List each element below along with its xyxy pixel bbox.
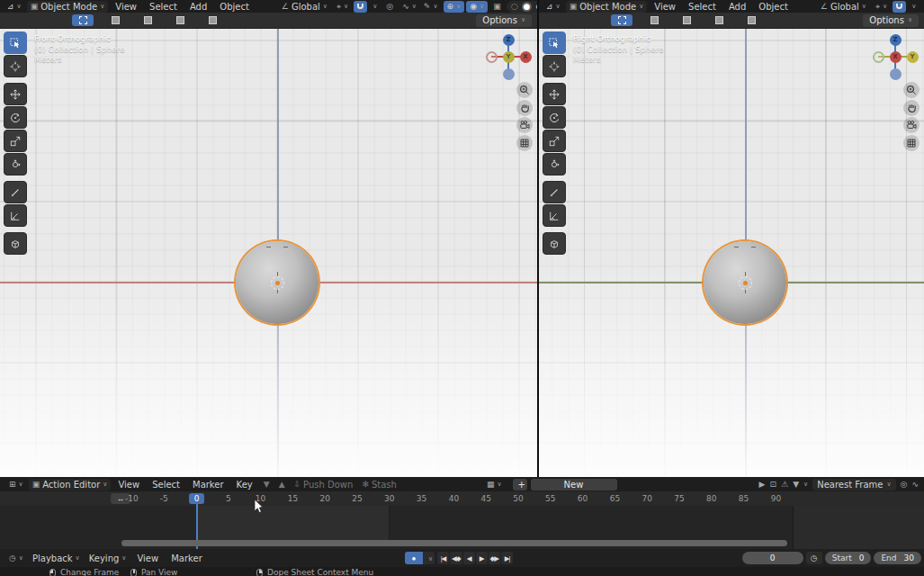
tool-add-cube[interactable]	[543, 232, 566, 255]
tool-cursor[interactable]	[4, 55, 27, 77]
current-frame-field[interactable]: 0	[742, 552, 803, 564]
sphere-object[interactable]	[704, 241, 786, 324]
timeline-ruler[interactable]: ↔ -10-5510152025303540455055606570758085…	[0, 491, 924, 506]
transform-orientation-dropdown[interactable]: ∠ Global∨	[817, 1, 870, 13]
editor-type-button[interactable]: ⊿∨	[4, 1, 25, 13]
move-channel-up-button[interactable]: ▲	[275, 479, 289, 490]
play-button[interactable]: ▶	[476, 552, 488, 564]
snap-toggle[interactable]	[893, 1, 906, 13]
normalize-icon[interactable]: ⊡	[770, 481, 777, 489]
select-mode-extend[interactable]	[104, 14, 126, 26]
use-preview-range-button[interactable]: ◷	[806, 552, 822, 564]
gizmo-axis-top[interactable]: Z	[890, 34, 902, 46]
action-id-dropdown[interactable]: ▦∨	[483, 479, 506, 490]
gizmo-axis-center[interactable]: Y	[503, 51, 515, 63]
gizmo-axis-bottom[interactable]	[503, 68, 515, 80]
navigation-gizmo[interactable]: Z X Y	[485, 33, 532, 80]
pivot-point-dropdown[interactable]: ⌖∨	[872, 1, 891, 13]
tool-annotate[interactable]	[543, 181, 566, 203]
pan-button[interactable]	[516, 100, 533, 116]
shading-wireframe-button[interactable]: ◌	[509, 2, 520, 12]
mode-dropdown[interactable]: ▣ Object Mode∨	[566, 1, 648, 13]
ds-falloff-icon[interactable]: ∿	[911, 481, 919, 489]
zoom-button[interactable]	[903, 82, 920, 98]
navigation-gizmo[interactable]: Z Y X	[872, 33, 919, 80]
menu-select[interactable]: Select	[683, 1, 722, 13]
only-selected-icon[interactable]: ▶	[759, 481, 766, 489]
snap-mode-dropdown[interactable]: Nearest Frame∨	[812, 479, 895, 490]
select-mode-invert[interactable]	[708, 14, 730, 26]
tool-transform[interactable]	[4, 153, 27, 176]
tool-scale[interactable]	[4, 130, 27, 152]
sphere-object[interactable]	[236, 241, 318, 324]
falloff-dropdown[interactable]: ∿∨	[399, 1, 420, 13]
tool-rotate[interactable]	[4, 106, 27, 129]
tool-cursor[interactable]	[543, 55, 566, 77]
snap-toggle[interactable]	[354, 1, 367, 13]
ds-proportional-icon[interactable]: ◎	[901, 481, 908, 489]
tool-move[interactable]	[4, 83, 27, 105]
tool-rotate[interactable]	[543, 106, 566, 129]
tool-measure[interactable]	[4, 204, 27, 227]
menu-object[interactable]: Object	[753, 1, 794, 13]
filter-icon[interactable]: ▼	[793, 481, 799, 489]
select-mode-extend[interactable]	[643, 14, 665, 26]
tool-scale[interactable]	[543, 130, 566, 152]
pivot-point-dropdown[interactable]: ⌖∨	[333, 1, 352, 13]
xray-toggle[interactable]: ▣	[489, 1, 505, 13]
shading-material-button[interactable]: ◐	[534, 2, 537, 12]
dopesheet-mode-dropdown[interactable]: ▣ Action Editor∨	[29, 479, 112, 490]
ortho-toggle-button[interactable]	[903, 135, 920, 151]
active-tool-dropdown[interactable]: ✎∨	[420, 1, 442, 13]
new-action-button[interactable]: New	[531, 479, 617, 490]
shading-solid-button[interactable]: ●	[522, 2, 533, 12]
mode-dropdown[interactable]: ▣ Object Mode∨	[27, 1, 109, 13]
menu-select[interactable]: Select	[144, 1, 183, 13]
snap-settings-dropdown[interactable]: ∨	[908, 1, 920, 13]
tl-menu-marker[interactable]: Marker	[166, 553, 208, 564]
tool-transform[interactable]	[543, 153, 566, 176]
push-down-button[interactable]: ⇩ Push Down	[291, 479, 357, 490]
start-frame-field[interactable]: Start0	[825, 552, 872, 564]
viewport-canvas[interactable]: Front Orthographic (0) Collection | Sphe…	[0, 29, 537, 477]
show-errors-icon[interactable]: ⚠	[781, 481, 788, 489]
zoom-button[interactable]	[516, 82, 533, 98]
gizmo-axis-bottom[interactable]	[890, 68, 902, 80]
gizmo-axis-top[interactable]: Z	[503, 34, 515, 46]
filter-dropdown[interactable]: ∨	[803, 482, 808, 488]
gizmo-axis-left[interactable]	[486, 51, 498, 63]
menu-object[interactable]: Object	[214, 1, 255, 13]
dopesheet-main[interactable]: ↔ -10-5510152025303540455055606570758085…	[0, 491, 924, 549]
tool-measure[interactable]	[543, 204, 566, 227]
stash-button[interactable]: ✻ Stash	[358, 479, 400, 490]
jump-to-end-button[interactable]: ▶|	[501, 552, 513, 564]
gizmo-axis-right[interactable]: Y	[907, 51, 919, 63]
end-frame-field[interactable]: End30	[874, 552, 921, 564]
camera-view-button[interactable]	[903, 117, 920, 133]
tool-move[interactable]	[543, 83, 566, 105]
gizmo-axis-center[interactable]: X	[890, 51, 902, 63]
options-dropdown[interactable]: Options∨	[863, 14, 919, 27]
ds-menu-marker[interactable]: Marker	[187, 479, 229, 490]
tool-annotate[interactable]	[4, 181, 27, 203]
select-mode-new[interactable]	[611, 14, 632, 26]
ds-menu-key[interactable]: Key	[231, 479, 258, 490]
select-mode-subtract[interactable]	[137, 14, 158, 26]
keying-dropdown[interactable]: Keying∨	[85, 553, 130, 564]
auto-keying-toggle[interactable]: ●	[405, 552, 423, 564]
snap-settings-dropdown[interactable]: ∨	[369, 1, 381, 13]
select-mode-intersect[interactable]	[740, 14, 762, 26]
select-mode-intersect[interactable]	[202, 14, 223, 26]
overlays-toggle[interactable]: ◉∨	[466, 1, 488, 13]
tl-menu-view[interactable]: View	[131, 553, 164, 564]
timeline-editor-type-button[interactable]: ◷∨	[5, 553, 27, 564]
ds-menu-select[interactable]: Select	[147, 479, 185, 490]
pan-button[interactable]	[903, 100, 920, 116]
transform-orientation-dropdown[interactable]: ∠ Global∨	[278, 1, 331, 13]
ortho-toggle-button[interactable]	[516, 135, 533, 151]
move-channel-down-button[interactable]: ▼	[260, 479, 274, 490]
horizontal-scrollbar[interactable]	[121, 540, 787, 546]
select-mode-new[interactable]	[72, 14, 94, 26]
prev-keyframe-button[interactable]: ◀◆	[450, 552, 462, 564]
tool-add-cube[interactable]	[4, 232, 27, 255]
